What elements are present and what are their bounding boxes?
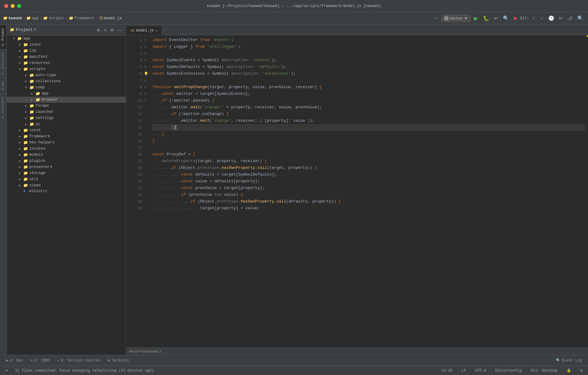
- fold-20[interactable]: ⊖: [144, 84, 150, 91]
- breadcrumb-scripts[interactable]: 📁 scripts: [43, 16, 64, 20]
- code-line-26: ....................target[property] = v…: [152, 205, 586, 212]
- tree-item-autotype[interactable]: ▶ 📁 auto-type: [7, 72, 126, 78]
- tree-item-framework[interactable]: ▶ 📁 framework: [7, 133, 126, 139]
- tree-item-lib[interactable]: ▶ 📁 lib: [7, 48, 126, 54]
- status-line-ending[interactable]: LF: [459, 366, 468, 375]
- code-line-21: ............const defaults = target[Symb…: [152, 171, 586, 178]
- status-editorconfig[interactable]: EditorConfig: [493, 366, 524, 375]
- tree-item-ui[interactable]: ▶ 📁 ui: [7, 121, 126, 127]
- status-git-branch[interactable]: Git: develop: [528, 366, 560, 375]
- tree-item-hbs-helpers[interactable]: ▶ 📁 hbs-helpers: [7, 139, 126, 146]
- tree-item-settings[interactable]: ▶ 📁 settings: [7, 115, 126, 121]
- side-tab-grunt[interactable]: Grunt: [0, 78, 6, 93]
- tree-item-launcher[interactable]: ▶ 📁 launcher: [7, 109, 126, 115]
- status-settings-icon[interactable]: ⚙: [578, 366, 585, 375]
- side-tab-project[interactable]: 1: Project: [0, 24, 6, 49]
- tree-item-locales[interactable]: ▶ 📁 locales: [7, 146, 126, 152]
- tree-item-presenters[interactable]: ▶ 📁 presenters: [7, 164, 126, 170]
- electron-dropdown[interactable]: electron ▼: [441, 15, 471, 22]
- code-line-15: ....}: [152, 131, 586, 138]
- tree-item-format[interactable]: ▶ 📁 format: [7, 103, 126, 109]
- bottom-tab-terminal[interactable]: ▮ Terminal: [105, 357, 132, 364]
- tree-item-collections[interactable]: ▶ 📁 collections: [7, 78, 126, 84]
- search-btn[interactable]: 🔍: [501, 14, 511, 22]
- fold-12[interactable]: ⊖: [144, 64, 150, 70]
- file-tree: ▼ 📁 app ▶ 📁 icons ▶ 📁 lib ▶: [7, 35, 126, 355]
- status-right: 14:10 LF UTF-8 EditorConfig Git: develop…: [439, 366, 585, 375]
- tree-item-storage[interactable]: ▶ 📁 storage: [7, 170, 126, 176]
- fold-25[interactable]: ⊖: [144, 97, 150, 104]
- side-tab-structure[interactable]: 2: Structure: [0, 49, 6, 78]
- scroll-marker-top: [587, 35, 588, 37]
- bottom-tab-todo[interactable]: ≡ 6: TODO: [27, 357, 53, 364]
- tree-item-models[interactable]: ▶ 📁 models: [7, 152, 126, 158]
- run-button[interactable]: ▶: [472, 14, 480, 23]
- bottom-tab-vcs[interactable]: ↗ 9: Version Control: [54, 357, 103, 364]
- global-search-button[interactable]: 🔍: [576, 14, 585, 22]
- status-git-status[interactable]: 11 files committed: focus managing refac…: [13, 366, 156, 375]
- scroll-indicator: [586, 35, 588, 347]
- breadcrumb-framework[interactable]: 📁 framework: [69, 16, 94, 20]
- tree-item-eslintrc[interactable]: ● .eslintrc: [7, 188, 126, 194]
- breadcrumb-keeweb[interactable]: 📁 keeweb: [3, 16, 22, 20]
- close-button[interactable]: [4, 4, 8, 8]
- project-minimize-button[interactable]: —: [117, 27, 123, 33]
- toolbar-actions: ← electron ▼ ▶ 🐛 ↩ 🔍 ■ Git: ✓ ✓ 🕐 ↩ ⎇ 🔍: [432, 14, 585, 23]
- tree-item-const[interactable]: ▶ 📁 const: [7, 127, 126, 133]
- code-line-13: ............emitter.emit('change', recei…: [152, 117, 586, 124]
- bottom-tab-run[interactable]: ▶ 4: Run: [3, 357, 26, 364]
- project-settings-button[interactable]: ⚙: [110, 27, 115, 33]
- tree-item-util[interactable]: ▶ 📁 util: [7, 176, 126, 182]
- minimize-button[interactable]: [11, 4, 15, 8]
- debug-button[interactable]: 🐛: [482, 14, 491, 22]
- tree-item-manifest[interactable]: ▶ 📁 manifest: [7, 54, 126, 60]
- fold-1[interactable]: ⊖: [144, 37, 150, 43]
- git-branch[interactable]: ⎇: [565, 14, 574, 22]
- tree-item-app[interactable]: ▼ 📁 app: [7, 35, 126, 42]
- code-line-5: const SymbolDefaults = Symbol( descripti…: [152, 64, 586, 70]
- tree-item-views[interactable]: ▶ 📁 views: [7, 182, 126, 188]
- status-encoding[interactable]: UTF-8: [473, 366, 489, 375]
- maximize-button[interactable]: [17, 4, 21, 8]
- git-area: Git: ✓ ✓ 🕐 ↩ ⎇: [520, 14, 574, 22]
- code-line-11: ........emitter.emit('change:' + propert…: [152, 104, 586, 111]
- fold-24[interactable]: ⊖: [144, 91, 150, 97]
- git-check2[interactable]: ✓: [538, 14, 545, 22]
- git-undo[interactable]: ↩: [557, 14, 564, 22]
- statusbar: ⊙ 11 files committed: focus managing ref…: [0, 366, 588, 375]
- tab-model-js[interactable]: JS model.js ✕: [126, 26, 162, 35]
- fold-2[interactable]: ⊖: [144, 43, 150, 50]
- tree-item-scripts[interactable]: ▼ 📁 scripts: [7, 66, 126, 72]
- tree-item-comp[interactable]: ▼ 📁 comp: [7, 84, 126, 91]
- bottom-tab-eventlog[interactable]: 🔍 Event Log: [553, 357, 585, 364]
- code-line-25: ................if (Object.prototype.has…: [152, 198, 586, 205]
- status-vcs-icon[interactable]: ⊙: [3, 366, 10, 375]
- tree-item-icons[interactable]: ▶ 📁 icons: [7, 42, 126, 48]
- project-locate-button[interactable]: ⊕: [96, 27, 101, 33]
- code-line-12: ........if (!emitter.noChange) {: [152, 111, 586, 117]
- git-check1[interactable]: ✓: [530, 14, 537, 22]
- stop-button[interactable]: ■: [512, 15, 519, 22]
- breadcrumb-modeljs[interactable]: JS model.js: [99, 16, 122, 20]
- tree-item-comp-app[interactable]: ▶ 📁 app: [7, 91, 126, 97]
- code-line-2: import { Logger } from 'util/logger';: [152, 43, 586, 50]
- status-line-col[interactable]: 14:10: [439, 366, 455, 375]
- fold-8[interactable]: ⊖: [144, 50, 150, 57]
- editor-area: JS model.js ✕ 12345678910111213141516171…: [126, 24, 588, 355]
- tab-close-button[interactable]: ✕: [156, 29, 158, 33]
- step-button[interactable]: ↩: [493, 14, 500, 22]
- side-tab-favorites[interactable]: 2: Favorites: [0, 93, 6, 122]
- git-history[interactable]: 🕐: [547, 14, 556, 22]
- fold-10[interactable]: ⊖: [144, 57, 150, 64]
- tree-item-resources[interactable]: ▶ 📁 resources: [7, 60, 126, 66]
- project-collapse-button[interactable]: ≡: [103, 27, 107, 33]
- window-controls[interactable]: [4, 4, 21, 8]
- tree-item-plugins[interactable]: ▶ 📁 plugins: [7, 158, 126, 164]
- code-line-19: ....deleteProperty(target, property, rec…: [152, 158, 586, 165]
- fold-19[interactable]: ⊖: [144, 77, 150, 84]
- back-button[interactable]: ←: [432, 15, 440, 22]
- breadcrumb-app[interactable]: 📁 app: [26, 16, 39, 20]
- tree-item-browser[interactable]: ▶ 📁 browser: [7, 97, 126, 103]
- code-content[interactable]: import EventEmitter from 'events'; impor…: [150, 35, 586, 347]
- status-lock-icon[interactable]: 🔒: [564, 366, 574, 375]
